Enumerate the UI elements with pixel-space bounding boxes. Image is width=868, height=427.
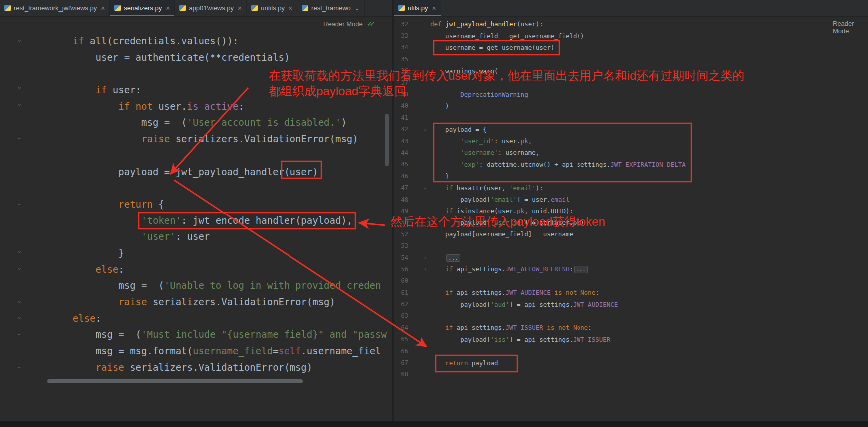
code-line: 35 [394,53,868,65]
fold-marker-icon[interactable]: ⌄ [15,132,24,142]
code-token: if not [118,101,158,112]
code-token: if [430,207,457,214]
tab-close-icon[interactable]: × [101,5,105,12]
code-token: pk [517,207,524,214]
code-token: : [588,324,592,331]
code-text: return payload [430,359,498,367]
code-token: ] = str(user. [524,219,573,226]
code-line: 67 return payload [394,357,868,368]
editor-tab-app01-views.py[interactable]: app01\views.py× [175,0,247,16]
editor-tab-rest-framewo[interactable]: rest_framewo⌄ [297,0,365,16]
tab-close-icon[interactable]: × [432,5,436,12]
code-text: if hasattr(user, 'email'): [430,184,543,192]
tab-close-icon[interactable]: × [166,5,170,12]
code-token: : user. [494,137,521,145]
fold-marker-icon[interactable]: ⌄ [15,312,24,322]
code-token: if [430,324,457,331]
reader-mode-toggle-right[interactable]: Reader Mode [833,20,868,35]
fold-marker-icon[interactable]: ⌄ [15,35,24,45]
fold-marker-icon[interactable]: › [421,252,430,262]
code-token: payload[ [430,336,490,343]
code-line: payload = jwt_payload_handler(user) [50,164,387,180]
code-line: 61 if api_settings.JWT_AUDIENCE is not N… [394,287,868,298]
code-line: } [50,245,387,261]
code-line: msg = msg.format(username_field=self.use… [50,343,387,359]
code-text: if isinstance(user.pk, uuid.UUID): [430,207,573,214]
code-line: 33 username_field = get_username_field() [394,30,868,41]
code-text: payload['iss'] = api_settings.JWT_ISSUER [430,336,610,343]
fold-marker-icon[interactable]: ⌄ [15,246,24,256]
line-number: 48 [394,196,408,203]
tab-close-icon[interactable]: × [238,5,242,12]
python-file-icon [114,5,121,11]
fold-marker-icon[interactable]: ⌄ [15,198,24,208]
line-number: 36 [394,67,408,74]
fold-marker-icon[interactable]: ⌄ [421,182,430,192]
right-editor-pane[interactable]: 32def jwt_payload_handler(user):33 usern… [394,17,868,421]
code-text: ) [430,102,449,110]
left-fold-gutter[interactable]: ⌄⌄⌄⌄⌄⌄⌄⌄⌄⌄⌄ [15,17,26,421]
line-number: 67 [394,359,408,366]
right-fold-gutter[interactable]: ⌄⌄›› [421,17,429,421]
code-token: msg = msg.format( [50,345,193,356]
line-number: 54 [394,254,408,261]
fold-marker-icon[interactable]: ⌄ [421,124,430,134]
code-line: 68 [394,369,868,380]
code-line: raise serializers.ValidationError(msg) [50,131,387,147]
line-number: 68 [394,371,408,378]
code-token: , uuid.UUID): [524,207,573,214]
left-editor-pane[interactable]: ⌄⌄⌄⌄⌄⌄⌄⌄⌄⌄⌄ if all(credentials.values())… [0,17,392,421]
code-token [50,84,96,95]
code-token: api_settings. [457,289,506,296]
fold-marker-icon[interactable]: ⌄ [15,296,24,306]
code-text: } [430,172,449,180]
hidden-tabs-chevron-icon[interactable]: ⌄ [355,5,360,11]
code-text: if api_settings.JWT_ALLOW_REFRESH:... [430,265,588,273]
code-token: ] = api_settings. [509,301,573,308]
code-token: if [430,265,457,273]
code-line: 49 if isinstance(user.pk, uuid.UUID): [394,205,868,216]
editor-tab-untils.py[interactable]: untils.py× [247,0,297,16]
fold-marker-icon[interactable]: ⌄ [15,99,24,109]
reader-mode-toggle-left[interactable]: Reader Mode ✓✓ [323,20,375,28]
code-token: warnings.warn( [430,67,498,75]
code-line: 38 DeprecationWarning [394,88,868,100]
fold-marker-icon[interactable]: ⌄ [15,263,24,273]
editor-tab-serializers.py[interactable]: serializers.py× [110,0,175,16]
code-text: if api_settings.JWT_ISSUER is not None: [430,324,592,331]
code-line: 56 if api_settings.JWT_ALLOW_REFRESH:... [394,263,868,275]
fold-marker-icon[interactable]: ⌄ [15,328,24,338]
fold-marker-icon[interactable]: ⌄ [15,361,24,371]
code-token: : [595,289,599,296]
line-number: 35 [394,56,408,63]
code-token: JWT_ALLOW_REFRESH [506,265,570,273]
code-token: is not None [551,289,595,296]
code-line: 46 } [394,170,868,182]
reader-mode-label: Reader Mode [833,20,868,35]
editor-tab-utils.py[interactable]: utils.py× [394,0,441,16]
code-token: 'Unable to log in with provided creden [164,280,381,291]
code-token: pk [521,137,528,145]
code-token: 'exp' [430,161,479,168]
code-line: 37 [394,77,868,88]
code-line: 50 payload['user_id'] = str(user.pk) [394,217,868,228]
code-text: 'user_id': user.pk, [430,137,532,145]
tab-close-icon[interactable]: × [289,5,292,12]
code-token: payload[ [430,196,490,203]
fold-marker-icon[interactable]: › [421,264,430,274]
code-text: warnings.warn( [430,67,498,75]
fold-marker-icon[interactable]: ⌄ [15,82,24,92]
code-token: : user [176,231,210,242]
horizontal-scrollbar-thumb[interactable] [47,379,303,383]
editor-tab-rest-framework-jwt-views.py[interactable]: rest_framework_jwt\views.py× [0,0,110,16]
code-line: 32def jwt_payload_handler(user): [394,18,868,30]
code-token: (user): [517,20,543,28]
code-text: payload[username_field] = username [430,230,573,238]
line-number: 50 [394,219,408,226]
code-line: user = authenticate(**credentials) [50,49,387,66]
code-line: 53 [394,240,868,251]
line-number: 60 [394,277,408,284]
code-line: 45 'exp': datetime.utcnow() + api_settin… [394,159,868,170]
line-number: 63 [394,312,408,319]
vertical-scrollbar-thumb[interactable] [385,114,389,166]
